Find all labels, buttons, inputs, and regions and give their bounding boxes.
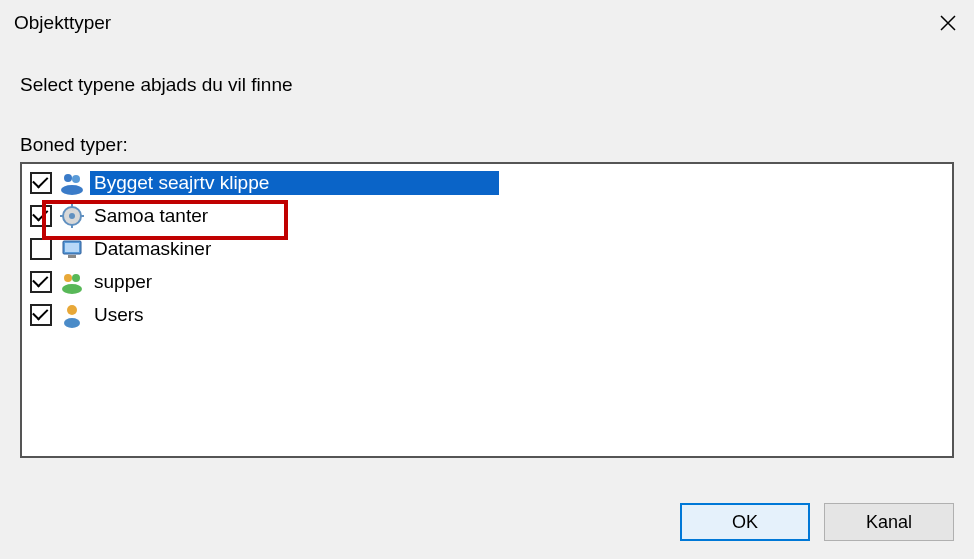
svg-point-14 xyxy=(62,284,82,294)
group-icon xyxy=(58,268,86,296)
svg-point-0 xyxy=(64,174,72,182)
checkbox[interactable] xyxy=(30,271,52,293)
gear-icon xyxy=(58,202,86,230)
object-types-listbox[interactable]: Bygget seajrtv klippe Samoa tanter Datam… xyxy=(20,162,954,458)
svg-point-4 xyxy=(69,213,75,219)
list-item[interactable]: Bygget seajrtv klippe xyxy=(22,166,952,199)
object-types-dialog: Objekttyper Select typene abjads du vil … xyxy=(0,0,974,559)
dialog-title: Objekttyper xyxy=(14,12,111,34)
dialog-content: Select typene abjads du vil finne Boned … xyxy=(0,42,974,489)
list-item[interactable]: supper xyxy=(22,265,952,298)
svg-point-15 xyxy=(67,305,77,315)
svg-point-13 xyxy=(72,274,80,282)
list-item-label: supper xyxy=(90,270,156,294)
titlebar: Objekttyper xyxy=(0,0,974,42)
close-icon xyxy=(939,14,957,32)
instruction-text: Select typene abjads du vil finne xyxy=(20,74,954,96)
list-label: Boned typer: xyxy=(20,134,954,156)
checkbox[interactable] xyxy=(30,205,52,227)
users-icon xyxy=(58,169,86,197)
svg-rect-11 xyxy=(68,255,76,258)
person-icon xyxy=(58,301,86,329)
list-item-label: Samoa tanter xyxy=(90,204,212,228)
svg-point-2 xyxy=(61,185,83,195)
list-item-label: Datamaskiner xyxy=(90,237,215,261)
svg-rect-10 xyxy=(65,243,79,252)
checkbox[interactable] xyxy=(30,304,52,326)
checkbox[interactable] xyxy=(30,238,52,260)
list-item[interactable]: Users xyxy=(22,298,952,331)
button-bar: OK Kanal xyxy=(0,489,974,559)
computer-icon xyxy=(58,235,86,263)
list-item-label: Bygget seajrtv klippe xyxy=(90,171,499,195)
list-item[interactable]: Samoa tanter xyxy=(22,199,952,232)
list-item[interactable]: Datamaskiner xyxy=(22,232,952,265)
list-item-label: Users xyxy=(90,303,148,327)
checkbox[interactable] xyxy=(30,172,52,194)
close-button[interactable] xyxy=(934,9,962,37)
svg-point-12 xyxy=(64,274,72,282)
svg-point-16 xyxy=(64,318,80,328)
ok-button[interactable]: OK xyxy=(680,503,810,541)
cancel-button[interactable]: Kanal xyxy=(824,503,954,541)
svg-point-1 xyxy=(72,175,80,183)
